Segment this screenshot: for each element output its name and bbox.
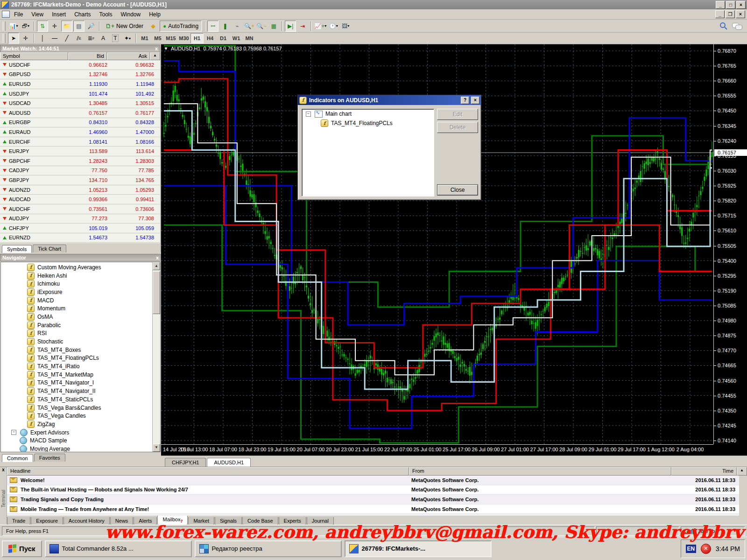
market-watch-row[interactable]: EURNZD1.546731.54738: [0, 233, 160, 243]
child-close-button[interactable]: ×: [736, 10, 745, 18]
navigator-item-indicator[interactable]: fMomentum: [1, 304, 160, 313]
navigator-item-indicator[interactable]: fIchimoku: [1, 280, 160, 288]
menu-item-insert[interactable]: Insert: [48, 10, 70, 19]
market-watch-row[interactable]: USDCHF0.966120.96632: [0, 60, 160, 70]
scroll-up-icon[interactable]: ▲: [150, 52, 160, 60]
navigator-item-indicator[interactable]: fOsMA: [1, 313, 160, 321]
tree-item-indicator[interactable]: f TAS_MT4_FloatingPCLs: [302, 119, 434, 128]
price-axis[interactable]: 0.768700.767650.766600.765550.764500.763…: [713, 44, 747, 444]
language-indicator[interactable]: EN: [686, 545, 696, 553]
navigator-item-indicator[interactable]: fTAS_MT4_StaticPCLs: [1, 395, 160, 404]
scrollbar-thumb[interactable]: [153, 271, 160, 314]
column-ask[interactable]: Ask: [107, 52, 150, 60]
market-watch-toggle-button[interactable]: ⇅: [37, 21, 48, 32]
dialog-indicator-tree[interactable]: − Main chart f TAS_MT4_FloatingPCLs: [302, 109, 434, 196]
market-watch-row[interactable]: EURGBP0.843100.84328: [0, 118, 160, 128]
line-chart-button[interactable]: ⌁: [232, 21, 243, 32]
autotrading-button[interactable]: ● AutoTrading: [160, 21, 202, 32]
vertical-line-button[interactable]: │: [37, 33, 48, 44]
chart-tab-chfjpy-h1[interactable]: CHFJPY,H1: [165, 458, 206, 467]
market-watch-row[interactable]: EURCAD1.460581.46103: [0, 243, 160, 243]
collapse-icon[interactable]: −: [306, 112, 311, 117]
collapse-icon[interactable]: −: [11, 430, 16, 435]
dialog-close-button[interactable]: ×: [471, 97, 479, 104]
taskbar-task-0[interactable]: Total Commander 8.52a ...: [45, 540, 192, 557]
menu-item-window[interactable]: Window: [117, 10, 145, 19]
minimize-button[interactable]: _: [716, 1, 725, 9]
scroll-up-icon[interactable]: ▲: [153, 262, 160, 270]
navigator-item-indicator[interactable]: fParabolic: [1, 321, 160, 329]
navigator-item-indicator[interactable]: fCustom Moving Averages: [1, 263, 160, 272]
child-restore-button[interactable]: ❐: [726, 10, 735, 18]
templates-button[interactable]: 🖼▾: [340, 21, 351, 32]
chevron-down-icon[interactable]: ▼: [164, 46, 168, 51]
terminal-tab-trade[interactable]: Trade: [7, 517, 30, 525]
market-watch-row[interactable]: AUDJPY77.27377.308: [0, 214, 160, 224]
bar-chart-button[interactable]: 𝄩: [207, 21, 218, 32]
trendline-button[interactable]: ╱: [61, 33, 72, 44]
profiles-button[interactable]: 🗗▾: [20, 21, 31, 32]
terminal-tab-experts[interactable]: Experts: [279, 517, 306, 525]
column-from[interactable]: From: [409, 467, 671, 476]
timeframe-h1[interactable]: H1: [190, 33, 204, 43]
timeframe-h4[interactable]: H4: [204, 33, 217, 43]
terminal-tab-alerts[interactable]: Alerts: [134, 517, 157, 525]
close-dialog-button[interactable]: Close: [437, 184, 478, 196]
data-window-button[interactable]: ✛: [49, 21, 60, 32]
terminal-tab-account-history[interactable]: Account History: [63, 517, 110, 525]
menu-item-tools[interactable]: Tools: [95, 10, 117, 19]
arrows-button[interactable]: ✦▾: [122, 33, 133, 44]
scroll-down-icon[interactable]: ▼: [153, 444, 160, 452]
terminal-tab-news[interactable]: News: [110, 517, 134, 525]
time-axis[interactable]: 14 Jul 201615 Jul 13:0018 Jul 07:0018 Ju…: [161, 444, 713, 456]
timeframe-m5[interactable]: M5: [151, 33, 164, 43]
toolbar-grip2[interactable]: [3, 34, 6, 43]
market-watch-close-icon[interactable]: x: [155, 46, 158, 51]
tab-common[interactable]: Common: [2, 454, 33, 462]
market-watch-row[interactable]: GBPCHF1.282431.28303: [0, 156, 160, 166]
navigator-item-expert[interactable]: Moving Average: [1, 445, 160, 452]
new-chart-button[interactable]: 📊▾: [8, 21, 19, 32]
terminal-tab-signals[interactable]: Signals: [215, 517, 242, 525]
strategy-tester-button[interactable]: 🔎: [85, 21, 97, 32]
menu-item-help[interactable]: Help: [145, 10, 165, 19]
column-headline[interactable]: Headline: [7, 467, 409, 476]
terminal-tab-mailbox[interactable]: Mailbox7: [157, 516, 188, 525]
chart-shift-button[interactable]: ⇥: [297, 21, 308, 32]
text-button[interactable]: A: [98, 33, 109, 44]
market-watch-row[interactable]: CADJPY77.75077.785: [0, 166, 160, 176]
market-watch-row[interactable]: EURJPY113.589113.614: [0, 147, 160, 156]
mailbox-row[interactable]: Trading Signals and Copy TradingMetaQuot…: [7, 495, 739, 504]
navigator-item-indicator[interactable]: fTAS_MT4_Navigator_II: [1, 387, 160, 395]
timeframe-m15[interactable]: M15: [164, 33, 177, 43]
navigator-close-icon[interactable]: x: [156, 255, 159, 260]
market-watch-row[interactable]: GBPUSD1.327461.32766: [0, 70, 160, 80]
navigator-item-indicator[interactable]: fHeiken Ashi: [1, 272, 160, 280]
market-watch-row[interactable]: EURUSD1.119301.11948: [0, 79, 160, 89]
navigator-item-indicator[interactable]: fiExposure: [1, 288, 160, 296]
dialog-help-button[interactable]: ?: [461, 97, 469, 104]
tree-item-main-chart[interactable]: − Main chart: [302, 109, 434, 119]
taskbar-task-2[interactable]: 267769: IFCMarkets-...: [345, 540, 492, 557]
tile-windows-button[interactable]: ▦: [268, 21, 279, 32]
menu-item-file[interactable]: File: [10, 10, 27, 19]
market-watch-row[interactable]: AUDNZD1.052131.05293: [0, 185, 160, 195]
market-watch-row[interactable]: AUDCAD0.993660.99411: [0, 195, 160, 204]
timeframe-m30[interactable]: M30: [177, 33, 190, 43]
timeframe-d1[interactable]: D1: [217, 33, 230, 43]
terminal-close-icon[interactable]: x: [0, 467, 7, 472]
clock[interactable]: 3:44 PM: [716, 545, 740, 553]
navigator-item-indicator[interactable]: fTAS_MT4_FloatingPCLs: [1, 354, 160, 363]
navigator-toggle-button[interactable]: 📁: [61, 21, 72, 32]
navigator-item-indicator[interactable]: fStochastic: [1, 337, 160, 346]
dialog-title-bar[interactable]: f Indicators on AUDUSD,H1 ? ×: [298, 95, 481, 105]
chat-icon[interactable]: [732, 23, 741, 29]
market-watch-row[interactable]: AUDCHF0.735610.73606: [0, 204, 160, 214]
mailbox-row[interactable]: The Built-in Virtual Hosting — Robots an…: [7, 485, 739, 495]
terminal-tab-market[interactable]: Market: [188, 517, 214, 525]
column-symbol[interactable]: Symbol: [0, 52, 68, 60]
navigator-item-indicator[interactable]: fMACD: [1, 296, 160, 305]
zoom-out-button[interactable]: 🔍−: [256, 21, 267, 32]
market-watch-row[interactable]: EURAUD1.469601.47000: [0, 127, 160, 137]
periods-button[interactable]: 🕐▾: [328, 21, 339, 32]
